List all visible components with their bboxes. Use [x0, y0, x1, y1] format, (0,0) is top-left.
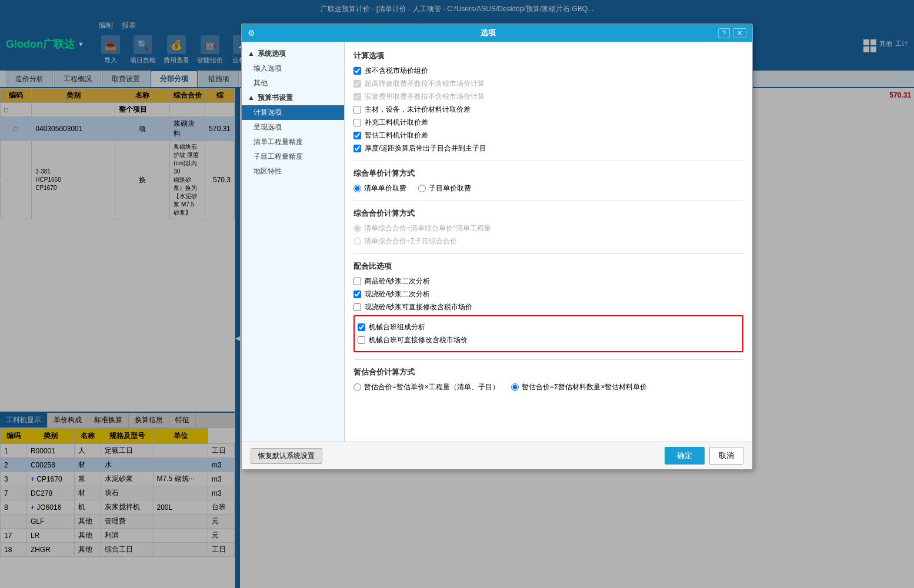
cb-row-estimated-material: 暂估工料机计取价差 — [353, 131, 743, 141]
tree-section-budget[interactable]: ▲预算书设置 — [242, 91, 344, 105]
dialog-title-bar: ⚙ 选项 ? ✕ — [242, 24, 752, 42]
cb-row-extra-material: 补充工料机计取价差 — [353, 118, 743, 128]
options-dialog: ⚙ 选项 ? ✕ ▲系统选项 输入选项 其他 ▲预算书设置 计算选项 呈现选项 — [241, 24, 753, 470]
dialog-footer: 恢复默认系统设置 确定 取消 — [242, 442, 752, 469]
radio-item-price-label[interactable]: 子目单价取费 — [429, 183, 471, 193]
cb-row-modify-concrete: 现浇砼/砂浆可直接修改含税市场价 — [353, 302, 743, 312]
cb-row-main-material: 主材，设备，未计价材料计取价差 — [353, 105, 743, 115]
cb-install-fee-label: 安装费用取费基数按不含税市场价计算 — [365, 92, 485, 102]
radio-total-formula1-label: 清单综合合价=清单综合单价*清单工程量 — [364, 223, 491, 233]
cb-install-fee — [353, 93, 361, 101]
cb-extra-material[interactable] — [353, 119, 361, 126]
cb-thickness[interactable] — [353, 145, 361, 152]
cb-main-material[interactable] — [353, 106, 361, 113]
cb-thickness-label[interactable]: 厚度/运距换算后带出子目合并到主子目 — [365, 143, 486, 153]
cb-row-cast-concrete: 现浇砼/砂浆二次分析 — [353, 289, 743, 299]
radio-total-formula2-label: 清单综合合价=Σ子目综合合价 — [364, 236, 457, 246]
dialog-title-text: 选项 — [481, 28, 496, 38]
cb-modify-concrete[interactable] — [353, 303, 361, 311]
cb-row-install-fee: 安装费用取费基数按不含税市场价计算 — [353, 92, 743, 102]
tree-item-item-precision[interactable]: 子目工程量精度 — [242, 149, 344, 164]
cb-high-fee-label: 超高降效取费基数按不含税市场价计算 — [365, 79, 485, 89]
radio-list-price-label[interactable]: 清单单价取费 — [364, 183, 406, 193]
section-estimated-title: 暂估合价计算方式 — [353, 367, 743, 377]
cb-row-machine-modify: 机械台班可直接修改含税市场价 — [358, 335, 739, 345]
cb-main-material-label[interactable]: 主材，设备，未计价材料计取价差 — [365, 105, 471, 115]
section-mix-title: 配合比选项 — [353, 261, 743, 272]
tree-item-input[interactable]: 输入选项 — [242, 61, 344, 76]
dialog-content: 计算选项 按不含税市场价组价 超高降效取费基数按不含税市场价计算 安装费用取费基… — [345, 42, 752, 442]
cb-modify-concrete-label[interactable]: 现浇砼/砂浆可直接修改含税市场价 — [365, 302, 472, 312]
radio-estimated2-label[interactable]: 暂估合价=Σ暂估材料数量×暂估材料单价 — [522, 382, 647, 392]
cb-row-commercial-concrete: 商品砼/砂浆二次分析 — [353, 276, 743, 286]
radio-total-formula1-input — [353, 225, 361, 232]
section-total-price-title: 综合合价计算方式 — [353, 208, 743, 219]
dialog-overlay: ⚙ 选项 ? ✕ ▲系统选项 输入选项 其他 ▲预算书设置 计算选项 呈现选项 — [0, 0, 914, 588]
cb-estimated-material[interactable] — [353, 132, 361, 139]
dialog-controls: ? ✕ — [718, 28, 746, 38]
radio-estimated2-input[interactable] — [511, 383, 519, 391]
cb-machine-modify[interactable] — [358, 336, 365, 344]
cb-commercial-concrete-label[interactable]: 商品砼/砂浆二次分析 — [365, 276, 430, 286]
cb-row-machine-analysis: 机械台班组成分析 — [358, 322, 739, 332]
tree-item-list-precision[interactable]: 清单工程量精度 — [242, 135, 344, 149]
radio-item-price: 子目单价取费 — [418, 183, 471, 193]
dialog-help-button[interactable]: ? — [718, 28, 730, 38]
footer-right: 确定 取消 — [665, 447, 743, 465]
tree-section-system[interactable]: ▲系统选项 — [242, 46, 344, 61]
highlight-box: 机械台班组成分析 机械台班可直接修改含税市场价 — [353, 315, 743, 352]
cb-high-fee — [353, 80, 361, 88]
tree-item-display-options[interactable]: 呈现选项 — [242, 120, 344, 135]
tree-item-region[interactable]: 地区特性 — [242, 164, 344, 179]
cb-extra-material-label[interactable]: 补充工料机计取价差 — [365, 118, 428, 128]
cancel-button[interactable]: 取消 — [709, 447, 743, 465]
radio-list-price-input[interactable] — [353, 185, 361, 192]
cb-commercial-concrete[interactable] — [353, 278, 361, 285]
cb-machine-analysis-label[interactable]: 机械台班组成分析 — [369, 322, 425, 332]
radio-estimated1-label[interactable]: 暂估合价=暂估单价×工程量（清单、子目） — [364, 382, 499, 392]
radio-total-formula1: 清单综合合价=清单综合单价*清单工程量 — [353, 223, 743, 233]
estimated-radio-group: 暂估合价=暂估单价×工程量（清单、子目） 暂估合价=Σ暂估材料数量×暂估材料单价 — [353, 382, 743, 392]
dialog-icon: ⚙ — [248, 28, 255, 38]
restore-defaults-button[interactable]: 恢复默认系统设置 — [251, 448, 322, 464]
cb-cast-concrete[interactable] — [353, 290, 361, 298]
radio-estimated1-input[interactable] — [353, 383, 361, 391]
section-unit-price-title: 综合单价计算方式 — [353, 168, 743, 179]
cb-machine-analysis[interactable] — [358, 323, 365, 331]
radio-total-formula2: 清单综合合价=Σ子目综合合价 — [353, 236, 743, 246]
radio-list-price: 清单单价取费 — [353, 183, 406, 193]
cb-row-market-price: 按不含税市场价组价 — [353, 66, 743, 76]
cb-market-price-label[interactable]: 按不含税市场价组价 — [365, 66, 428, 76]
cb-market-price[interactable] — [353, 67, 361, 75]
cb-row-thickness: 厚度/运距换算后带出子目合并到主子目 — [353, 143, 743, 153]
cb-machine-modify-label[interactable]: 机械台班可直接修改含税市场价 — [369, 335, 468, 345]
dialog-tree: ▲系统选项 输入选项 其他 ▲预算书设置 计算选项 呈现选项 清单工程量精度 子… — [242, 42, 345, 442]
cb-estimated-material-label[interactable]: 暂估工料机计取价差 — [365, 131, 428, 141]
total-price-radio-group: 清单综合合价=清单综合单价*清单工程量 清单综合合价=Σ子目综合合价 — [353, 223, 743, 246]
footer-left: 恢复默认系统设置 — [251, 448, 322, 464]
cb-row-high-fee: 超高降效取费基数按不含税市场价计算 — [353, 79, 743, 89]
tree-item-calc-options[interactable]: 计算选项 — [242, 105, 344, 120]
radio-total-formula2-input — [353, 238, 361, 245]
unit-price-radio-group: 清单单价取费 子目单价取费 — [353, 183, 743, 193]
tree-item-other[interactable]: 其他 — [242, 76, 344, 91]
dialog-body: ▲系统选项 输入选项 其他 ▲预算书设置 计算选项 呈现选项 清单工程量精度 子… — [242, 42, 752, 442]
dialog-close-button[interactable]: ✕ — [733, 28, 746, 38]
radio-estimated1: 暂估合价=暂估单价×工程量（清单、子目） — [353, 382, 499, 392]
section-calc-title: 计算选项 — [353, 51, 743, 61]
cb-cast-concrete-label[interactable]: 现浇砼/砂浆二次分析 — [365, 289, 430, 299]
radio-estimated2: 暂估合价=Σ暂估材料数量×暂估材料单价 — [511, 382, 647, 392]
radio-item-price-input[interactable] — [418, 185, 426, 192]
confirm-button[interactable]: 确定 — [665, 447, 705, 465]
